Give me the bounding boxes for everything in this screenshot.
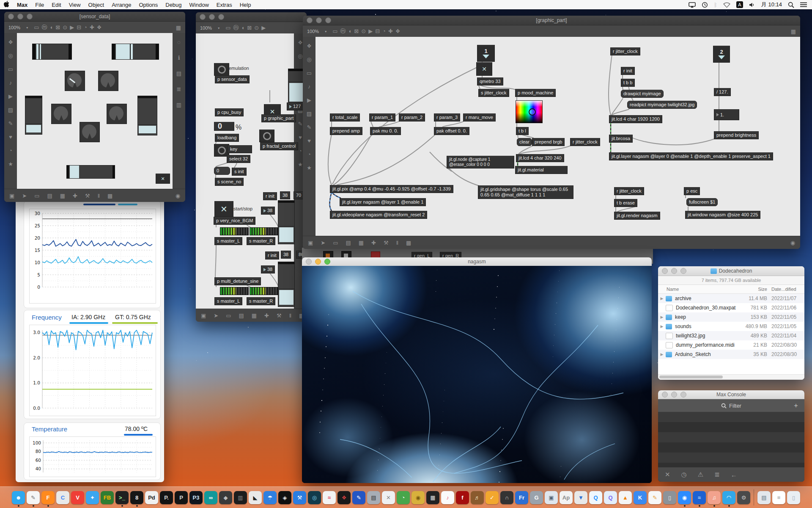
dock-icon-pure-data[interactable]: Pd (145, 491, 158, 504)
range-slider[interactable] (32, 44, 72, 60)
layers-icon[interactable]: ▤ (346, 240, 351, 246)
emu-canvas[interactable]: emulation p sensor_data p cpu_busy 0 % ✕… (196, 33, 295, 309)
zoom-level[interactable]: 100% (307, 29, 319, 34)
dial[interactable] (80, 122, 100, 142)
dock-icon-pages[interactable]: ✎ (648, 491, 661, 504)
dock-icon-gear-app[interactable]: ⚙ (737, 491, 750, 504)
dock-icon-timer-app[interactable]: ◔ (397, 491, 410, 504)
max-object[interactable]: p esc (684, 187, 700, 195)
probe-plus-icon[interactable]: ✚ (73, 193, 77, 199)
dock-icon-chrome[interactable]: C (56, 491, 69, 504)
apple-menu[interactable] (0, 1, 13, 8)
layers-icon[interactable]: ▤ (47, 193, 52, 199)
sensor-titlebar[interactable]: [sensor_data] (4, 12, 185, 22)
dock-icon-g-app[interactable]: G (530, 491, 543, 504)
finder-titlebar[interactable]: Dodecahedron (658, 266, 804, 276)
bluetooth-icon[interactable]: ᛒ (714, 2, 717, 8)
audio-status-icon[interactable]: ◎ (307, 56, 311, 63)
dock-icon-intel-power-gadget[interactable]: ≈ (693, 491, 706, 504)
max-object[interactable]: jit.gl.gridshape @shape torus @scale 0.6… (478, 185, 573, 199)
max-object[interactable]: r total_scale (330, 113, 360, 121)
max-object[interactable]: s scene_no (215, 178, 244, 186)
comment-icon[interactable]: ◖ (348, 28, 351, 34)
dock-icon-screenshot-app[interactable]: ▣ (545, 491, 558, 504)
bars-icon[interactable]: ‖ (98, 193, 100, 199)
cursor-icon[interactable]: ➤ (214, 312, 218, 319)
max-object[interactable]: select 32 (227, 155, 250, 163)
dock-icon-free-app[interactable]: Fr (515, 491, 528, 504)
max-object[interactable]: jit.lcd 4 char 320 240 (516, 154, 564, 162)
dock-icon-zoom[interactable]: ◉ (678, 491, 691, 504)
number-box[interactable]: 38 (261, 207, 275, 215)
toggle[interactable]: ✕ (476, 62, 492, 76)
max-object[interactable]: p very_nice_BGM (214, 217, 255, 225)
dock-icon-keynote[interactable]: K (634, 491, 647, 504)
button-tool-icon[interactable]: ⊙ (63, 24, 67, 30)
dock-icon-p3-app[interactable]: P3 (189, 491, 203, 504)
clip-icon[interactable]: ✎ (8, 120, 13, 127)
message-box[interactable]: drawpict myimage (621, 90, 664, 98)
slider[interactable] (278, 200, 295, 244)
add-filter-icon[interactable]: ＋ (793, 401, 799, 410)
layers-icon[interactable]: ▤ (239, 312, 244, 319)
midi-icon[interactable]: ▭ (307, 70, 312, 76)
probe-icon[interactable]: ♥ (9, 134, 12, 140)
max-object[interactable]: r maru_move (463, 113, 496, 121)
clock-icon[interactable]: ◔ (299, 148, 302, 154)
gp-titlebar[interactable]: [graphic_part] (303, 16, 800, 25)
dock-icon-garageband[interactable]: ♬ (471, 491, 484, 504)
emu-window-controls[interactable] (200, 14, 224, 20)
search-icon[interactable]: ◌ (177, 39, 181, 45)
max-object[interactable]: loadbang (215, 134, 239, 142)
dock-icon-frame-app[interactable]: ✕ (382, 491, 395, 504)
zoom-level[interactable]: 100% (200, 25, 212, 30)
menu-item-edit[interactable]: Edit (48, 2, 65, 8)
dock-icon-clapper-app[interactable]: ▼ (574, 491, 587, 504)
wrench-icon[interactable]: ⚒ (85, 193, 90, 199)
max-object[interactable]: prepend brightness (714, 131, 759, 139)
slider[interactable] (25, 96, 42, 135)
dock-icon-p-app[interactable]: P (175, 491, 188, 504)
dock-icon-finder[interactable]: ☻ (12, 491, 25, 504)
finder-row[interactable]: ▶archive11.4 MB2022/11/07 (658, 294, 804, 303)
image-icon[interactable]: ▨ (307, 110, 312, 117)
dock-icon-quicktime7[interactable]: Q (604, 491, 617, 504)
dial[interactable] (65, 71, 85, 91)
finder-row[interactable]: twilight32.jpg489 KB2022/11/04 (658, 331, 804, 340)
max-object[interactable]: jit.gl.node @capture 1 @erase_color 0 0 … (447, 156, 514, 168)
bars-icon[interactable]: ‖ (396, 240, 398, 246)
star-icon[interactable]: ★ (8, 161, 13, 167)
max-object[interactable]: prepend brgb (532, 138, 565, 146)
message-tool-icon[interactable]: ▶ (261, 25, 266, 31)
message-box[interactable]: 2 (713, 46, 730, 63)
inspector-icon[interactable]: ▤ (176, 70, 181, 77)
toggle-tool-icon[interactable]: ⊠ (354, 28, 359, 34)
max-object[interactable]: jit.brcosa (609, 135, 633, 143)
image-icon[interactable]: ▨ (8, 107, 13, 113)
number-box[interactable]: 127 (287, 102, 303, 110)
probe-icon[interactable]: ♥ (307, 138, 311, 144)
max-object[interactable]: p graphic_part (261, 114, 296, 122)
dock-icon-flash[interactable]: f (456, 491, 469, 504)
max-object[interactable]: jit.gl.pix @amp 0.4 @mu -0.45 -0.925 @of… (330, 185, 453, 193)
max-object[interactable]: pak offset 0. 0. (434, 127, 469, 135)
number-box[interactable]: 70 (294, 191, 304, 199)
dial[interactable] (98, 71, 118, 91)
probe-plus-icon[interactable]: ✚ (371, 240, 376, 246)
slider[interactable] (278, 262, 295, 307)
sequence-icon[interactable]: ▶ (8, 93, 13, 99)
airplay-icon[interactable] (689, 2, 696, 8)
input-source-icon[interactable]: A (736, 1, 743, 8)
grid-icon[interactable]: ▦ (176, 25, 181, 31)
max-object[interactable]: jit.gl.layer nagasm @layer 0 @enable 1 @… (609, 152, 773, 160)
max-object[interactable]: p multi_detune_sine (214, 277, 261, 285)
nagasm-titlebar[interactable]: nagasm (302, 257, 652, 266)
menu-item-object[interactable]: Object (85, 2, 108, 8)
dock-icon-wedge-app[interactable]: ◣ (249, 491, 262, 504)
dock-icon-audio-app[interactable]: ♫ (708, 491, 721, 504)
horizontal-slider[interactable] (66, 165, 115, 179)
menu-clock[interactable]: 月 10:14 (761, 1, 782, 8)
dock-icon-itunes[interactable]: ♪ (441, 491, 454, 504)
finder-window-controls[interactable] (662, 268, 686, 274)
power-icon[interactable]: ◉ (790, 240, 795, 246)
